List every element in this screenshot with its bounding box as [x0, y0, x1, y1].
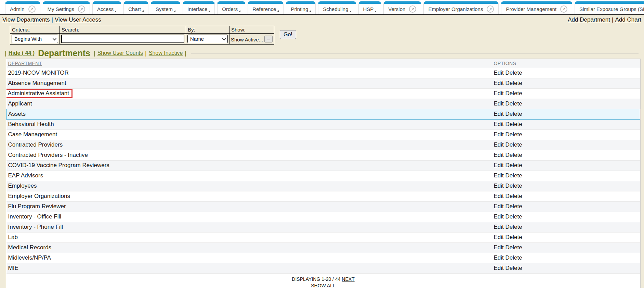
- table-row[interactable]: Case Management Edit Delete: [6, 129, 640, 140]
- tab-provider-management[interactable]: Provider Management ↗: [501, 1, 572, 14]
- edit-link[interactable]: Edit: [494, 234, 504, 240]
- delete-link[interactable]: Delete: [505, 70, 522, 76]
- table-row[interactable]: 2019-NCOV MONITOR Edit Delete: [6, 68, 640, 78]
- edit-link[interactable]: Edit: [494, 80, 504, 86]
- tab-hsp[interactable]: HSP: [358, 1, 381, 14]
- table-row[interactable]: Midlevels/NP/PA Edit Delete: [6, 253, 640, 263]
- table-row[interactable]: Assets Edit Delete: [6, 109, 640, 119]
- edit-link[interactable]: Edit: [494, 100, 504, 107]
- edit-link[interactable]: Edit: [494, 131, 504, 138]
- delete-link[interactable]: Delete: [505, 111, 522, 117]
- edit-link[interactable]: Edit: [494, 172, 504, 179]
- tab-label: Orders: [222, 6, 238, 12]
- tab-orders[interactable]: Orders: [217, 1, 245, 14]
- edit-link[interactable]: Edit: [494, 111, 504, 117]
- by-select[interactable]: Name: [187, 35, 228, 43]
- department-name: 2019-NCOV MONITOR: [8, 70, 69, 76]
- delete-link[interactable]: Delete: [505, 131, 522, 138]
- add-department-link[interactable]: Add Department: [568, 16, 610, 23]
- go-button[interactable]: Go!: [280, 30, 296, 39]
- show-all-link[interactable]: SHOW ALL: [311, 283, 336, 288]
- open-in-new-icon[interactable]: ↗: [78, 5, 85, 13]
- delete-link[interactable]: Delete: [505, 162, 522, 168]
- edit-link[interactable]: Edit: [494, 121, 504, 127]
- tab-system[interactable]: System: [151, 1, 180, 14]
- tab-my-settings[interactable]: My Settings ↗: [43, 1, 90, 14]
- delete-link[interactable]: Delete: [505, 121, 522, 127]
- show-filter-more-button[interactable]: ...: [264, 36, 273, 42]
- department-name: Case Management: [8, 131, 57, 138]
- table-row[interactable]: Medical Records Edit Delete: [6, 242, 640, 253]
- table-row[interactable]: Applicant Edit Delete: [6, 99, 640, 109]
- column-header-department[interactable]: DEPARTMENT: [6, 59, 492, 68]
- delete-link[interactable]: Delete: [505, 203, 522, 210]
- hide-count-link[interactable]: Hide ( 44 ): [9, 50, 35, 56]
- edit-link[interactable]: Edit: [494, 254, 504, 261]
- tab-printing[interactable]: Printing: [286, 1, 316, 14]
- edit-link[interactable]: Edit: [494, 70, 504, 76]
- open-in-new-icon[interactable]: ↗: [560, 5, 567, 13]
- delete-link[interactable]: Delete: [505, 141, 522, 148]
- delete-link[interactable]: Delete: [505, 80, 522, 86]
- show-user-counts-link[interactable]: Show User Counts: [97, 50, 143, 56]
- edit-link[interactable]: Edit: [494, 244, 504, 251]
- view-departments-link[interactable]: View Departments: [2, 16, 50, 23]
- edit-link[interactable]: Edit: [494, 193, 504, 199]
- edit-link[interactable]: Edit: [494, 224, 504, 230]
- tab-chart[interactable]: Chart: [123, 1, 148, 14]
- delete-link[interactable]: Delete: [505, 224, 522, 230]
- search-input[interactable]: [61, 35, 184, 43]
- table-row[interactable]: COVID-19 Vaccine Program Reviewers Edit …: [6, 160, 640, 171]
- edit-link[interactable]: Edit: [494, 203, 504, 210]
- edit-link[interactable]: Edit: [494, 141, 504, 148]
- show-filter-value[interactable]: Show Active...: [231, 37, 263, 42]
- table-row[interactable]: Inventory - Phone Fill Edit Delete: [6, 222, 640, 232]
- edit-link[interactable]: Edit: [494, 265, 504, 271]
- delete-link[interactable]: Delete: [505, 265, 522, 271]
- tab-similar-exposure-groups-segs[interactable]: Similar Exposure Groups (SEGs) ↗: [575, 1, 644, 14]
- delete-link[interactable]: Delete: [505, 90, 522, 97]
- delete-link[interactable]: Delete: [505, 234, 522, 240]
- table-row[interactable]: Behavioral Health Edit Delete: [6, 119, 640, 129]
- tab-interface[interactable]: Interface: [183, 1, 215, 14]
- edit-link[interactable]: Edit: [494, 183, 504, 189]
- delete-link[interactable]: Delete: [505, 254, 522, 261]
- edit-link[interactable]: Edit: [494, 213, 504, 220]
- delete-link[interactable]: Delete: [505, 193, 522, 199]
- departments-panel: DEPARTMENT OPTIONS 2019-NCOV MONITOR Edi…: [6, 59, 641, 288]
- show-inactive-link[interactable]: Show Inactive: [149, 50, 183, 56]
- delete-link[interactable]: Delete: [505, 152, 522, 158]
- tab-reference[interactable]: Reference: [248, 1, 284, 14]
- table-row[interactable]: Administrative Assistant Edit Delete: [6, 88, 640, 99]
- table-row[interactable]: MIE Edit Delete: [6, 263, 640, 273]
- edit-link[interactable]: Edit: [494, 162, 504, 168]
- tab-version[interactable]: Version ↗: [383, 1, 421, 14]
- table-row[interactable]: Contracted Providers Edit Delete: [6, 140, 640, 150]
- table-row[interactable]: Lab Edit Delete: [6, 232, 640, 242]
- tab-access[interactable]: Access: [92, 1, 121, 14]
- edit-link[interactable]: Edit: [494, 90, 504, 97]
- table-row[interactable]: Flu Program Reviewer Edit Delete: [6, 201, 640, 212]
- view-user-access-link[interactable]: View User Access: [55, 16, 101, 23]
- table-row[interactable]: EAP Advisors Edit Delete: [6, 171, 640, 181]
- criteria-select[interactable]: Begins With: [12, 35, 58, 43]
- open-in-new-icon[interactable]: ↗: [28, 5, 36, 13]
- next-page-link[interactable]: NEXT: [342, 276, 354, 282]
- table-row[interactable]: Contracted Providers - Inactive Edit Del…: [6, 150, 640, 160]
- edit-link[interactable]: Edit: [494, 152, 504, 158]
- add-chart-link[interactable]: Add Chart: [615, 16, 641, 23]
- tab-admin[interactable]: Admin ↗: [5, 1, 40, 14]
- table-row[interactable]: Employees Edit Delete: [6, 181, 640, 191]
- delete-link[interactable]: Delete: [505, 244, 522, 251]
- tab-scheduling[interactable]: Scheduling: [318, 1, 356, 14]
- table-row[interactable]: Absence Management Edit Delete: [6, 78, 640, 88]
- tab-employer-organizations[interactable]: Employer Organizations ↗: [423, 1, 499, 14]
- delete-link[interactable]: Delete: [505, 213, 522, 220]
- delete-link[interactable]: Delete: [505, 172, 522, 179]
- open-in-new-icon[interactable]: ↗: [487, 5, 494, 13]
- delete-link[interactable]: Delete: [505, 183, 522, 189]
- open-in-new-icon[interactable]: ↗: [409, 5, 416, 13]
- delete-link[interactable]: Delete: [505, 100, 522, 107]
- table-row[interactable]: Employer Organizations Edit Delete: [6, 191, 640, 201]
- table-row[interactable]: Inventory - Office Fill Edit Delete: [6, 212, 640, 222]
